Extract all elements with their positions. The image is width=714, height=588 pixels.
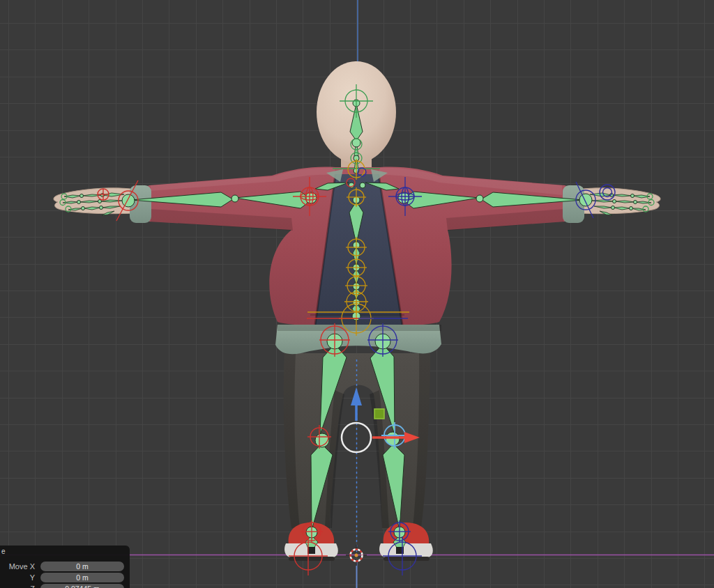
move-y-row: Y 0 m xyxy=(0,572,130,583)
gizmo-y-handle[interactable] xyxy=(374,409,384,419)
3d-viewport[interactable]: e Move X 0 m Y 0 m Z 0.07445 m xyxy=(0,0,714,588)
move-z-row: Z 0.07445 m xyxy=(0,583,130,588)
neck-base-joint-right[interactable] xyxy=(360,183,365,188)
move-x-field[interactable]: 0 m xyxy=(40,562,124,571)
move-x-row: Move X 0 m xyxy=(0,561,130,572)
gizmo-z-arrow-head[interactable] xyxy=(351,387,362,405)
elbow-joint-left[interactable] xyxy=(231,195,238,202)
3d-cursor xyxy=(346,545,367,566)
elbow-joint-right[interactable] xyxy=(476,195,483,202)
move-z-field[interactable]: 0.07445 m xyxy=(40,584,124,588)
viewport-scene xyxy=(0,0,714,588)
cursor-center-dot xyxy=(355,554,358,557)
waistband-shadow xyxy=(278,325,441,331)
wrist-joint-left[interactable] xyxy=(122,194,135,207)
move-z-label: Z xyxy=(30,583,35,588)
operator-panel-header[interactable]: e xyxy=(1,548,6,555)
move-y-label: Y xyxy=(30,572,35,583)
move-y-field[interactable]: 0 m xyxy=(40,573,124,582)
operator-panel[interactable]: e Move X 0 m Y 0 m Z 0.07445 m xyxy=(0,546,130,588)
move-x-label: Move X xyxy=(9,561,35,572)
wrist-joint-right[interactable] xyxy=(579,194,592,206)
